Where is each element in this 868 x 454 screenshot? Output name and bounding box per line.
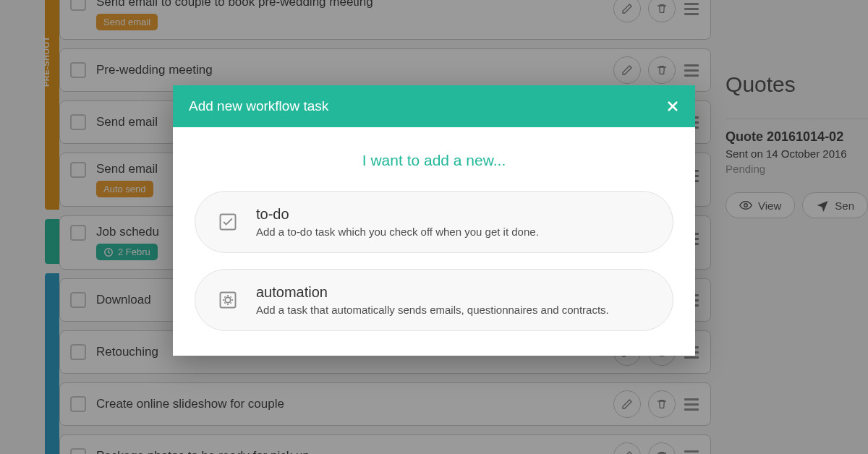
svg-rect-3 [221,293,236,308]
modal-close-button[interactable] [666,100,679,113]
option-title: to-do [256,206,539,223]
checkbox-icon [217,211,239,233]
modal-header: Add new workflow task [173,85,695,127]
close-icon [666,100,679,113]
option-description: Add a to-do task which you check off whe… [256,226,539,238]
option-automation[interactable]: automation Add a task that automatically… [195,269,673,331]
modal-subtitle: I want to add a new... [195,152,673,169]
option-todo[interactable]: to-do Add a to-do task which you check o… [195,191,673,253]
modal-title: Add new workflow task [189,98,328,114]
option-description: Add a task that automatically sends emai… [256,304,609,316]
gear-icon [217,289,239,311]
option-title: automation [256,284,609,301]
add-task-modal: Add new workflow task I want to add a ne… [173,85,695,356]
svg-point-4 [225,297,230,302]
